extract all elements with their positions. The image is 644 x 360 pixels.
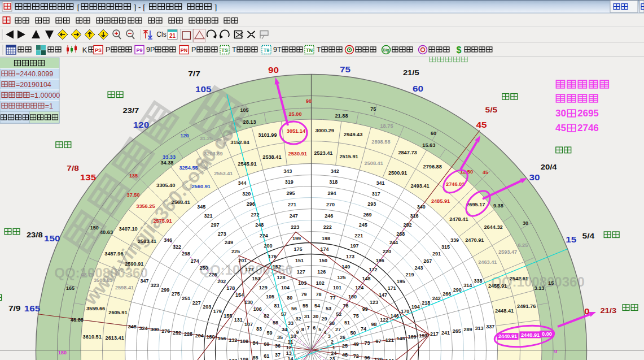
svg-text:46.88: 46.88 xyxy=(71,317,84,323)
svg-text:75: 75 xyxy=(340,64,351,74)
svg-text:275: 275 xyxy=(172,291,180,297)
svg-text:172: 172 xyxy=(369,267,378,272)
svg-text:2485.91: 2485.91 xyxy=(431,198,450,204)
svg-text:25.00: 25.00 xyxy=(289,111,302,117)
svg-text:104: 104 xyxy=(281,285,290,290)
svg-text:75: 75 xyxy=(353,313,359,319)
svg-text:2523.41: 2523.41 xyxy=(314,150,332,156)
svg-text:80: 80 xyxy=(287,295,292,301)
svg-text:3508.81: 3508.81 xyxy=(94,277,112,283)
svg-text:60: 60 xyxy=(413,84,423,93)
svg-text:84: 84 xyxy=(252,340,258,346)
svg-text:27: 27 xyxy=(335,327,341,332)
svg-text:123: 123 xyxy=(370,300,378,305)
svg-text:2590.91: 2590.91 xyxy=(125,261,143,267)
svg-text:3152.84: 3152.84 xyxy=(230,140,249,145)
svg-text:341: 341 xyxy=(376,180,385,186)
svg-text:2560.91: 2560.91 xyxy=(192,184,211,189)
svg-text:72: 72 xyxy=(353,353,359,359)
svg-text:3305.40: 3305.40 xyxy=(156,183,175,188)
svg-text:7: 7 xyxy=(307,325,310,331)
svg-text:199: 199 xyxy=(292,236,301,241)
svg-text:2440.91: 2440.91 xyxy=(498,333,517,339)
svg-text:340: 340 xyxy=(417,204,426,210)
svg-text:144: 144 xyxy=(385,358,394,360)
svg-text:125: 125 xyxy=(338,275,346,280)
svg-text:Cls: Cls xyxy=(156,31,166,38)
svg-text:2538.41: 2538.41 xyxy=(262,154,281,160)
svg-text:53: 53 xyxy=(326,306,331,311)
svg-text:320: 320 xyxy=(242,191,251,197)
svg-text:99: 99 xyxy=(362,306,368,312)
svg-text:3.13: 3.13 xyxy=(535,285,545,291)
svg-text:103: 103 xyxy=(298,280,306,286)
svg-text:198: 198 xyxy=(322,236,330,241)
svg-text:204: 204 xyxy=(195,333,204,339)
svg-text:245: 245 xyxy=(359,222,367,228)
svg-text:322: 322 xyxy=(173,244,181,250)
svg-text:297: 297 xyxy=(211,222,220,228)
svg-text:3: 3 xyxy=(328,333,331,339)
svg-text:224: 224 xyxy=(260,233,268,238)
svg-text:106: 106 xyxy=(253,306,262,312)
svg-text:2898.58: 2898.58 xyxy=(371,139,390,145)
svg-text:3000.29: 3000.29 xyxy=(316,128,334,133)
svg-text:15: 15 xyxy=(548,280,554,286)
svg-text:270: 270 xyxy=(326,202,335,207)
svg-text:97: 97 xyxy=(376,339,382,344)
svg-text:345: 345 xyxy=(197,204,205,210)
svg-text:274: 274 xyxy=(191,258,199,264)
svg-text:296: 296 xyxy=(247,201,255,207)
svg-text:291: 291 xyxy=(432,251,441,257)
svg-text:105: 105 xyxy=(240,107,248,113)
svg-text:11: 11 xyxy=(288,339,293,345)
svg-text:2491.76: 2491.76 xyxy=(517,303,536,309)
svg-text:2796.88: 2796.88 xyxy=(423,164,442,170)
svg-text:3203.69: 3203.69 xyxy=(204,151,222,157)
svg-text:313: 313 xyxy=(475,326,483,331)
svg-text:174: 174 xyxy=(321,246,329,252)
svg-text:32: 32 xyxy=(296,316,301,322)
svg-text:8: 8 xyxy=(301,327,304,332)
svg-text:321: 321 xyxy=(204,213,212,219)
svg-text:300: 300 xyxy=(150,327,159,332)
svg-text:31.25: 31.25 xyxy=(200,136,213,141)
svg-text:221: 221 xyxy=(354,233,363,238)
svg-text:48: 48 xyxy=(342,352,348,358)
svg-text:TN: TN xyxy=(306,47,313,53)
svg-text:21: 21 xyxy=(169,33,176,39)
svg-text:21.88: 21.88 xyxy=(335,113,348,119)
svg-text:K: K xyxy=(82,46,87,54)
svg-text:220: 220 xyxy=(383,249,391,254)
svg-text:2463.41: 2463.41 xyxy=(478,259,497,265)
svg-text:170: 170 xyxy=(401,309,409,314)
svg-text:133: 133 xyxy=(229,358,237,360)
svg-text:29: 29 xyxy=(322,316,327,322)
svg-text:=20190104: =20190104 xyxy=(16,81,51,89)
svg-text:14: 14 xyxy=(288,356,293,360)
svg-text:1: 1 xyxy=(332,345,335,350)
svg-text:82: 82 xyxy=(264,313,269,319)
svg-text:107: 107 xyxy=(244,322,253,327)
svg-text:20/4: 20/4 xyxy=(541,163,557,171)
svg-text:153: 153 xyxy=(252,276,261,281)
svg-text:175: 175 xyxy=(294,246,303,252)
svg-text:241: 241 xyxy=(441,330,450,336)
svg-text:2695: 2695 xyxy=(577,108,599,119)
svg-text:7/9: 7/9 xyxy=(8,304,21,313)
svg-text:108: 108 xyxy=(240,339,248,344)
svg-text:9: 9 xyxy=(296,329,299,335)
svg-text:76: 76 xyxy=(343,303,348,309)
svg-text:15.63: 15.63 xyxy=(422,142,435,148)
svg-text:60: 60 xyxy=(264,341,269,347)
svg-text:201: 201 xyxy=(238,258,247,263)
svg-text:289: 289 xyxy=(464,327,472,332)
svg-text:271: 271 xyxy=(288,202,296,207)
svg-text:146: 146 xyxy=(391,313,399,319)
svg-text:3254.55: 3254.55 xyxy=(179,165,198,171)
svg-text:98: 98 xyxy=(371,322,376,327)
svg-text:96: 96 xyxy=(365,355,370,360)
svg-text:323: 323 xyxy=(151,283,159,288)
svg-text:33: 33 xyxy=(288,320,293,326)
svg-text:292: 292 xyxy=(404,222,412,228)
